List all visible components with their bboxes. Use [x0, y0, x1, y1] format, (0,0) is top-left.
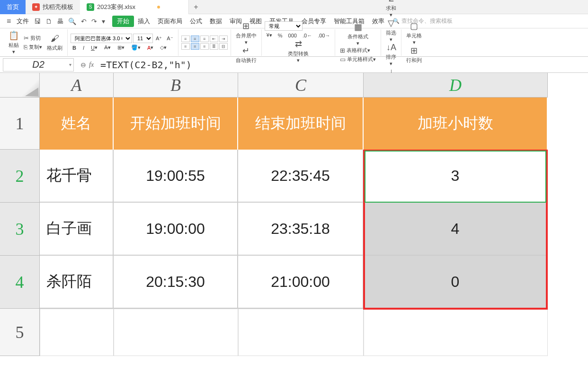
font-grow-icon[interactable]: A⁺ [154, 35, 164, 42]
row-header-4[interactable]: 4 [0, 256, 40, 309]
cell-D1[interactable]: 加班小时数 [364, 98, 548, 150]
align-top-left[interactable]: ≡ [181, 36, 190, 42]
menu-insert[interactable]: 插入 [134, 17, 154, 26]
redo-icon[interactable]: ↷ [89, 18, 99, 25]
cell-A4[interactable]: 杀阡陌 [40, 256, 114, 309]
row-header-1[interactable]: 1 [0, 98, 40, 150]
cell-B5[interactable] [114, 309, 238, 356]
cell-A3[interactable]: 白子画 [40, 203, 114, 256]
font-name-select[interactable]: 阿里巴巴普惠体 3.0 65 [71, 34, 132, 43]
cell-B2[interactable]: 19:00:55 [114, 150, 238, 203]
save-icon[interactable]: 🖫 [32, 18, 43, 25]
col-header-C[interactable]: C [238, 73, 364, 98]
table-style-button[interactable]: ⊞表格样式▾ [338, 46, 378, 54]
row-header-5[interactable]: 5 [0, 309, 40, 356]
menu-icon[interactable]: ≡ [4, 17, 14, 26]
font-color-button[interactable]: A▾ [145, 44, 155, 51]
print-icon[interactable]: 🖶 [54, 18, 66, 25]
cell-B4[interactable]: 20:15:30 [114, 256, 238, 309]
cell-C4[interactable]: 21:00:00 [238, 256, 364, 309]
align-top-right[interactable]: ≡ [200, 36, 209, 42]
cell-B3[interactable]: 19:00:00 [114, 203, 238, 256]
cell-ops-button[interactable]: ▢单元格▾ [404, 21, 424, 45]
cell-D4[interactable]: 0 [364, 256, 548, 309]
paste-button[interactable]: 📋粘贴▾ [7, 30, 21, 55]
name-box-dropdown-icon[interactable]: ▾ [69, 62, 71, 67]
menu-start[interactable]: 开始 [112, 16, 134, 27]
decimal-inc-icon[interactable]: .0← [301, 32, 314, 39]
filter-button[interactable]: ▽筛选▾ [384, 18, 398, 43]
col-header-D[interactable]: D [364, 73, 548, 98]
clear-format-button[interactable]: ◇▾ [158, 44, 169, 51]
italic-button[interactable]: I [81, 45, 86, 51]
number-group: 常规 ¥▾ % 000 .0← .00→ ⇄类型转换▾ [262, 29, 336, 56]
sigma-icon: Σ [389, 0, 394, 4]
row-header-3[interactable]: 3 [0, 203, 40, 256]
number-format-select[interactable]: 常规 [265, 21, 303, 31]
save-as-icon[interactable]: 🗋 [43, 18, 54, 25]
select-all-corner[interactable] [0, 73, 40, 98]
cond-format-button[interactable]: ▦条件格式▾ [346, 22, 370, 46]
cell-D5[interactable] [364, 309, 548, 356]
cell-C2[interactable]: 22:35:45 [238, 150, 364, 203]
tab-current-file[interactable]: S 2023案例.xlsx [80, 0, 189, 14]
align-center[interactable]: ≡ [191, 43, 199, 50]
underline-button[interactable]: U▾ [89, 44, 99, 51]
font-shrink-icon[interactable]: A⁻ [165, 35, 175, 42]
formula-input[interactable]: =TEXT(C2-B2,"h") [98, 58, 588, 71]
align-top-center[interactable]: ≡ [191, 36, 199, 42]
tab-templates[interactable]: ✦ 找稻壳模板 [26, 0, 80, 14]
percent-icon[interactable]: % [276, 32, 285, 39]
menu-page-layout[interactable]: 页面布局 [154, 17, 186, 26]
cell-D3[interactable]: 4 [364, 203, 548, 256]
decimal-dec-icon[interactable]: .00→ [316, 32, 332, 39]
font-size-select[interactable]: 11 [133, 34, 153, 43]
spreadsheet-icon: S [87, 3, 94, 11]
add-tab-button[interactable]: + [189, 3, 203, 11]
tab-home[interactable]: 首页 [0, 0, 26, 14]
cut-button[interactable]: ✂剪切 [22, 34, 44, 42]
format-painter-button[interactable]: 🖌格式刷 [45, 34, 64, 52]
cell-C3[interactable]: 23:35:18 [238, 203, 364, 256]
strikethrough-button[interactable]: A̶▾ [102, 44, 113, 51]
undo-icon[interactable]: ↶ [79, 18, 89, 25]
table-style-icon: ⊞ [340, 47, 345, 54]
align-right[interactable]: ≡ [200, 43, 209, 50]
cell-A1[interactable]: 姓名 [40, 98, 114, 150]
menu-formula[interactable]: 公式 [186, 17, 206, 26]
cut-icon: ✂ [24, 35, 29, 42]
cell-A2[interactable]: 花千骨 [40, 150, 114, 203]
convert-icon: ⇄ [295, 39, 302, 49]
cell-icon: ▢ [410, 21, 418, 31]
cell-C5[interactable] [238, 309, 364, 356]
sort-icon: ↓A [386, 43, 396, 53]
col-header-A[interactable]: A [40, 73, 114, 98]
comma-icon[interactable]: 000 [286, 32, 299, 39]
indent-increase[interactable]: ⇥ [219, 36, 228, 42]
menu-data[interactable]: 数据 [206, 17, 226, 26]
bold-button[interactable]: B [71, 45, 78, 51]
currency-icon[interactable]: ¥▾ [265, 32, 274, 39]
align-justify[interactable]: ≣ [210, 43, 218, 50]
merge-button[interactable]: ⊞合并居中▾ [234, 21, 258, 45]
cancel-icon[interactable]: ⊖ [80, 61, 86, 69]
cell-A5[interactable] [40, 309, 114, 356]
sum-button[interactable]: Σ求和▾ [384, 0, 398, 18]
file-menu[interactable]: 文件 [14, 17, 32, 26]
border-button[interactable]: ⊞▾ [116, 44, 126, 51]
name-box[interactable]: D2 ▾ [3, 58, 74, 71]
fill-color-button[interactable]: 🪣▾ [129, 44, 143, 51]
orientation[interactable]: ⊟ [219, 43, 228, 50]
preview-icon[interactable]: 🔍 [66, 18, 79, 25]
cell-B1[interactable]: 开始加班时间 [114, 98, 238, 150]
col-header-B[interactable]: B [114, 73, 238, 98]
indent-decrease[interactable]: ⇤ [210, 36, 218, 42]
align-left[interactable]: ≡ [181, 43, 190, 50]
dropdown-icon[interactable]: ▾ [99, 18, 107, 25]
cell-C1[interactable]: 结束加班时间 [238, 98, 364, 150]
copy-button[interactable]: ⎘复制▾ [22, 43, 44, 51]
row-header-2[interactable]: 2 [0, 150, 40, 203]
filter-icon: ▽ [388, 18, 394, 28]
cell-D2[interactable]: 3 [364, 150, 548, 203]
fx-icon[interactable]: fx [89, 61, 94, 69]
